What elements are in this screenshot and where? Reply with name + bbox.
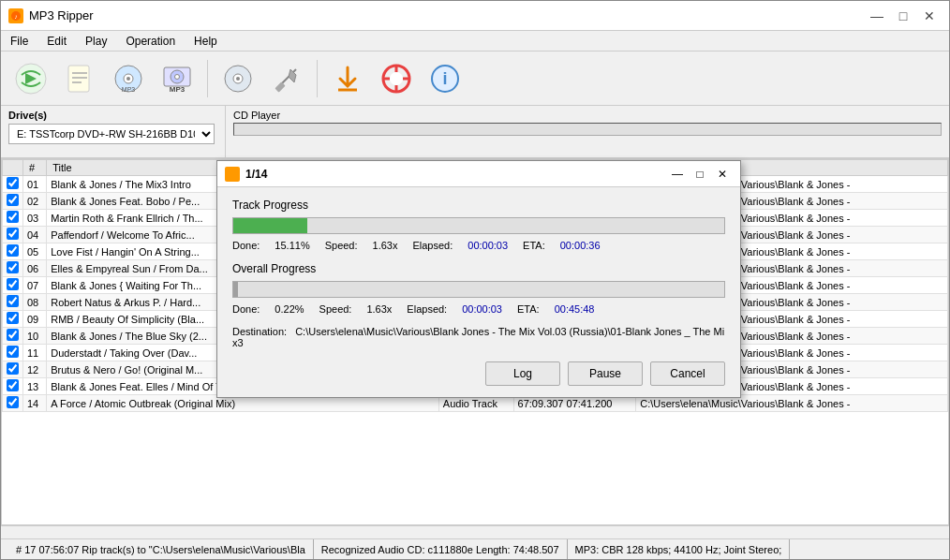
dialog-buttons: Log Pause Cancel <box>232 361 725 386</box>
row-checkbox-cell[interactable] <box>3 243 23 260</box>
menu-operation[interactable]: Operation <box>116 33 185 50</box>
horizontal-scrollbar[interactable] <box>1 525 949 538</box>
pause-button[interactable]: Pause <box>568 361 643 386</box>
cdplayer-label: CD Player <box>233 110 942 121</box>
col-check <box>3 160 23 176</box>
track-eta-label: ETA: <box>523 240 545 251</box>
row-checkbox[interactable] <box>7 312 19 324</box>
dialog-title-text: 1/14 <box>245 168 667 181</box>
row-checkbox[interactable] <box>7 379 19 391</box>
status-seg-2: Recognized Audio CD: c111880e Length: 74… <box>314 539 568 559</box>
minimize-button[interactable]: — <box>865 6 889 26</box>
row-checkbox-cell[interactable] <box>3 260 23 277</box>
status-seg-1: # 17 07:56:07 Rip track(s) to "C:\Users\… <box>8 539 314 559</box>
drives-label: Drive(s) <box>8 110 217 121</box>
log-button[interactable]: Log <box>485 361 560 386</box>
rip-button[interactable] <box>8 56 53 101</box>
close-button[interactable]: ✕ <box>917 6 942 26</box>
svg-point-9 <box>126 77 130 81</box>
row-checkbox-cell[interactable] <box>3 328 23 345</box>
row-checkbox[interactable] <box>7 295 19 307</box>
dialog-close-button[interactable]: ✕ <box>712 165 733 184</box>
row-checkbox-cell[interactable] <box>3 311 23 328</box>
dest-path: C:\Users\elena\Music\Various\Blank Jones… <box>232 326 724 348</box>
row-checkbox-cell[interactable] <box>3 294 23 311</box>
top-section: Drive(s) E: TSSTcorp DVD+-RW SH-216BB D1… <box>1 106 949 158</box>
row-num: 07 <box>23 277 47 294</box>
cdplayer-section: CD Player <box>226 106 949 157</box>
status-bar: # 17 07:56:07 Rip track(s) to "C:\Users\… <box>1 538 949 559</box>
row-checkbox[interactable] <box>7 346 19 358</box>
row-checkbox-cell[interactable] <box>3 176 23 193</box>
dialog-title-bar: 1/14 — □ ✕ <box>217 161 740 187</box>
mp3-button[interactable]: MP3 <box>155 56 200 101</box>
row-num: 04 <box>23 227 47 243</box>
maximize-button[interactable]: □ <box>891 6 915 26</box>
rip-icon <box>14 62 48 96</box>
svg-point-13 <box>175 74 180 79</box>
dialog-maximize-button[interactable]: □ <box>690 165 710 184</box>
overall-done-label: Done: <box>232 303 260 315</box>
info-button[interactable]: i <box>423 56 468 101</box>
menu-edit[interactable]: Edit <box>37 33 76 50</box>
help-button[interactable] <box>374 56 419 101</box>
tools-button[interactable] <box>264 56 309 101</box>
overall-speed-label: Speed: <box>319 303 352 315</box>
svg-text:♪: ♪ <box>14 13 18 20</box>
cd-button[interactable]: MP3 <box>106 56 151 101</box>
row-checkbox[interactable] <box>7 329 19 341</box>
app-icon: ♪ <box>8 8 23 23</box>
track-progress-title: Track Progress <box>232 199 725 212</box>
row-num: 03 <box>23 210 47 227</box>
dialog-minimize-button[interactable]: — <box>667 165 688 184</box>
row-checkbox-cell[interactable] <box>3 277 23 294</box>
track-speed-label: Speed: <box>325 240 358 251</box>
track-elapsed-label: Elapsed: <box>412 240 453 251</box>
drive-select[interactable]: E: TSSTcorp DVD+-RW SH-216BB D100 <box>8 124 215 144</box>
row-checkbox-cell[interactable] <box>3 361 23 378</box>
progress-dialog: 1/14 — □ ✕ Track Progress Done: 15.11% S… <box>216 160 741 398</box>
download-button[interactable] <box>325 56 370 101</box>
row-checkbox[interactable] <box>7 396 19 408</box>
tools-icon <box>270 62 304 96</box>
disc-button[interactable] <box>215 56 260 101</box>
disc-icon <box>221 62 255 96</box>
overall-progress-info: Done: 0.22% Speed: 1.63x Elapsed: 00:00:… <box>232 303 725 315</box>
row-checkbox[interactable] <box>7 211 19 223</box>
dialog-body: Track Progress Done: 15.11% Speed: 1.63x… <box>217 187 740 397</box>
help-icon <box>379 62 413 96</box>
row-checkbox-cell[interactable] <box>3 227 23 243</box>
row-checkbox-cell[interactable] <box>3 345 23 361</box>
row-checkbox[interactable] <box>7 261 19 273</box>
overall-progress-title: Overall Progress <box>232 262 725 275</box>
cancel-button[interactable]: Cancel <box>650 361 725 386</box>
row-checkbox-cell[interactable] <box>3 193 23 210</box>
menu-play[interactable]: Play <box>76 33 116 50</box>
overall-eta-label: ETA: <box>517 303 540 315</box>
track-done-value: 15.11% <box>275 240 309 251</box>
row-checkbox[interactable] <box>7 244 19 257</box>
row-checkbox[interactable] <box>7 177 19 189</box>
overall-elapsed-label: Elapsed: <box>407 303 447 315</box>
new-button[interactable] <box>57 56 102 101</box>
row-checkbox-cell[interactable] <box>3 395 23 412</box>
row-num: 14 <box>23 395 47 412</box>
overall-progress-bar-container <box>232 281 725 298</box>
row-checkbox[interactable] <box>7 194 19 206</box>
menu-help[interactable]: Help <box>185 33 227 50</box>
track-progress-info: Done: 15.11% Speed: 1.63x Elapsed: 00:00… <box>232 240 725 251</box>
toolbar: MP3 MP3 <box>1 52 949 106</box>
row-num: 11 <box>23 345 47 361</box>
row-checkbox-cell[interactable] <box>3 210 23 227</box>
row-num: 13 <box>23 378 47 395</box>
svg-rect-3 <box>68 66 89 92</box>
row-num: 01 <box>23 176 47 193</box>
download-icon <box>331 62 364 96</box>
row-checkbox[interactable] <box>7 362 19 375</box>
svg-text:MP3: MP3 <box>122 86 136 93</box>
row-checkbox[interactable] <box>7 278 19 290</box>
svg-text:MP3: MP3 <box>170 85 186 94</box>
menu-file[interactable]: File <box>1 33 37 50</box>
row-checkbox-cell[interactable] <box>3 378 23 395</box>
row-checkbox[interactable] <box>7 228 19 240</box>
